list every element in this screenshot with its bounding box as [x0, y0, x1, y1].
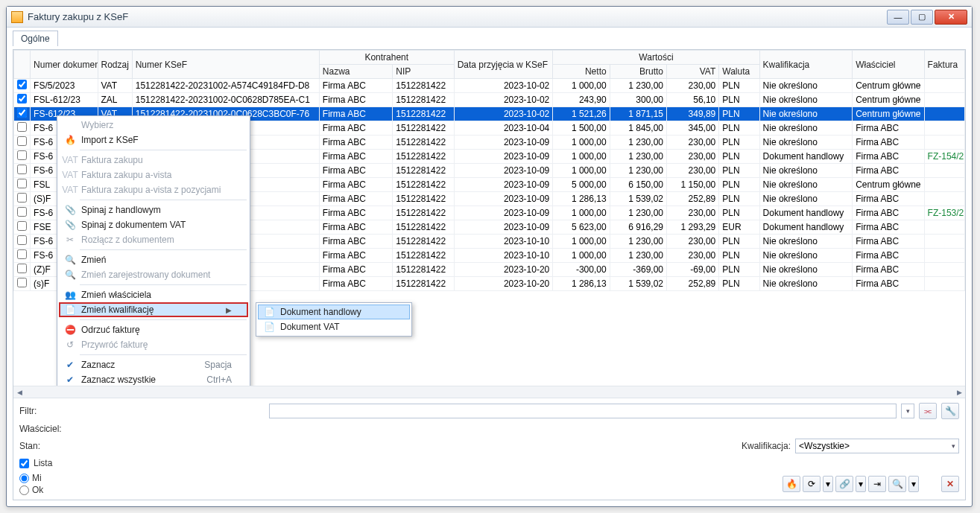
- toolbar-refresh-button[interactable]: 🔥: [783, 476, 800, 492]
- filter-settings-button[interactable]: 🔧: [941, 403, 959, 419]
- row-checkbox[interactable]: [17, 193, 27, 203]
- tabstrip: Ogólne: [7, 28, 972, 46]
- col-wlasciciel[interactable]: Właściciel: [853, 51, 924, 79]
- ctx-spinaj-handlowy[interactable]: 📎Spinaj z handlowym: [59, 203, 248, 217]
- row-checkbox[interactable]: [17, 165, 27, 174]
- toolbar-search-button[interactable]: 🔍: [888, 476, 906, 492]
- ctx-zmien-zarejestrowany[interactable]: 🔍Zmień zarejestrowany dokument: [59, 267, 248, 282]
- horizontal-scrollbar[interactable]: ◀ ▶: [13, 386, 965, 398]
- toolbar-history-button[interactable]: ⟳: [803, 476, 821, 492]
- row-checkbox[interactable]: [17, 235, 27, 245]
- close-x-icon: ✕: [946, 479, 954, 489]
- filter-funnel-button[interactable]: ⫘: [919, 403, 937, 419]
- footer-panel: Filtr: ▾ ⫘ 🔧 Właściciel: Stan: Kwalifika…: [13, 398, 965, 500]
- search-icon: 🔍: [892, 479, 903, 489]
- col-nazwa[interactable]: Nazwa: [319, 65, 392, 79]
- context-menu[interactable]: Wybierz 🔥Import z KSeF VATFaktura zakupu…: [57, 115, 250, 386]
- scroll-right-icon[interactable]: ▶: [953, 387, 965, 398]
- radio-ok[interactable]: [19, 485, 29, 495]
- workarea: Numer dokumen Rodzaj Numer KSeF Kontrahe…: [13, 49, 966, 500]
- ctx-import-ksef[interactable]: 🔥Import z KSeF: [59, 133, 248, 147]
- table-row[interactable]: FS/5/2023VAT1512281422-20231002-A574C491…: [14, 79, 965, 93]
- col-numer[interactable]: Numer dokumen: [31, 51, 98, 79]
- col-rodzaj[interactable]: Rodzaj: [98, 51, 132, 79]
- radio-mi[interactable]: [19, 474, 29, 483]
- col-brutto[interactable]: Brutto: [610, 65, 666, 79]
- row-checkbox[interactable]: [17, 249, 27, 259]
- row-checkbox[interactable]: [17, 94, 27, 103]
- toolbar-export-button[interactable]: ⇥: [868, 476, 886, 492]
- ctx-faktura-zakupu[interactable]: VATFaktura zakupu: [59, 153, 248, 168]
- app-icon: [11, 11, 23, 23]
- row-checkbox[interactable]: [17, 179, 27, 188]
- titlebar: Faktury zakupu z KSeF — ▢ ✕: [7, 7, 972, 28]
- col-ksef[interactable]: Numer KSeF: [132, 51, 319, 79]
- minimize-button[interactable]: —: [887, 10, 909, 25]
- filtr-dropdown[interactable]: ▾: [901, 404, 914, 418]
- col-nip[interactable]: NIP: [393, 65, 454, 79]
- sub-dokument-vat[interactable]: 📄Dokument VAT: [258, 319, 410, 334]
- col-waluta[interactable]: Waluta: [719, 65, 759, 79]
- row-checkbox[interactable]: [17, 108, 27, 118]
- row-checkbox[interactable]: [17, 221, 27, 231]
- row-checkbox[interactable]: [17, 264, 27, 273]
- toolbar-dropdown1[interactable]: ▾: [823, 476, 833, 492]
- row-checkbox[interactable]: [17, 136, 27, 146]
- row-checkbox[interactable]: [17, 207, 27, 217]
- ctx-zmien-kwalifikacje[interactable]: 📄Zmień kwalifikację▶ 📄Dokument handlowy …: [59, 302, 248, 317]
- ctx-przywroc-fakture[interactable]: ↺Przywróć fakturę: [59, 337, 248, 352]
- maximize-button[interactable]: ▢: [911, 10, 933, 25]
- col-kwalifikacja[interactable]: Kwalifikacja: [759, 51, 853, 79]
- row-checkbox[interactable]: [17, 80, 27, 89]
- submenu-kwalifikacja[interactable]: 📄Dokument handlowy 📄Dokument VAT: [256, 302, 412, 337]
- lista-checkbox[interactable]: [19, 459, 29, 468]
- filtr-label: Filtr:: [19, 406, 37, 416]
- sub-dokument-handlowy[interactable]: 📄Dokument handlowy: [258, 305, 410, 319]
- app-window: Faktury zakupu z KSeF — ▢ ✕ Ogólne Numer…: [6, 6, 973, 507]
- ctx-rozlacz[interactable]: ✂Rozłącz z dokumentem: [59, 232, 248, 247]
- ctx-zmien-wlasciciela[interactable]: 👥Zmień właściciela: [59, 287, 248, 302]
- col-checkbox[interactable]: [14, 51, 31, 79]
- caret-icon: ▾: [826, 479, 830, 489]
- col-wartosci-group[interactable]: Wartości: [553, 51, 759, 65]
- row-checkbox[interactable]: [17, 278, 27, 287]
- col-netto[interactable]: Netto: [553, 65, 610, 79]
- filtr-input[interactable]: [269, 404, 897, 418]
- col-kontrahent-group[interactable]: Kontrahent: [319, 51, 454, 65]
- caret-icon: ▾: [859, 479, 863, 489]
- row-checkbox[interactable]: [17, 150, 27, 160]
- window-title: Faktury zakupu z KSeF: [28, 11, 887, 22]
- col-faktura[interactable]: Faktura: [924, 51, 964, 79]
- toolbar-dropdown2[interactable]: ▾: [856, 476, 866, 492]
- tab-ogolne[interactable]: Ogólne: [13, 31, 58, 46]
- wlasciciel-label: Właściciel:: [19, 424, 62, 434]
- toolbar-dropdown3[interactable]: ▾: [908, 476, 919, 492]
- ctx-zmien[interactable]: 🔍Zmień: [59, 252, 248, 267]
- kwalifikacja-label: Kwalifikacja:: [742, 441, 791, 451]
- ctx-zaznacz-wszystkie[interactable]: ✔Zaznacz wszystkieCtrl+A: [59, 372, 248, 386]
- caret-icon: ▾: [911, 479, 916, 489]
- toolbar-link-button[interactable]: 🔗: [835, 476, 853, 492]
- row-checkbox[interactable]: [17, 122, 27, 132]
- col-vat[interactable]: VAT: [666, 65, 718, 79]
- ctx-faktura-avista[interactable]: VATFaktura zakupu a-vista: [59, 168, 248, 182]
- close-button[interactable]: ✕: [935, 10, 967, 25]
- stan-label: Stan:: [19, 441, 54, 451]
- fire-icon: 🔥: [786, 479, 797, 489]
- col-data[interactable]: Data przyjęcia w KSeF: [454, 51, 553, 79]
- lista-label: Lista: [34, 458, 52, 468]
- funnel-icon: ⫘: [923, 406, 932, 416]
- history-icon: ⟳: [808, 479, 815, 489]
- ctx-spinaj-vat[interactable]: 📎Spinaj z dokumentem VAT: [59, 217, 248, 232]
- toolbar-close-button[interactable]: ✕: [941, 476, 959, 492]
- ctx-wybierz[interactable]: Wybierz: [59, 118, 248, 133]
- wrench-icon: 🔧: [945, 406, 956, 416]
- ctx-faktura-avista-poz[interactable]: VATFaktura zakupu a-vista z pozycjami: [59, 182, 248, 197]
- ctx-odrzuc-fakture[interactable]: ⛔Odrzuć fakturę: [59, 322, 248, 337]
- scroll-left-icon[interactable]: ◀: [13, 387, 25, 398]
- export-icon: ⇥: [873, 479, 881, 489]
- ctx-zaznacz[interactable]: ✔ZaznaczSpacja: [59, 357, 248, 372]
- link-icon: 🔗: [839, 479, 850, 489]
- kwalifikacja-select[interactable]: <Wszystkie>▾: [795, 439, 959, 453]
- table-row[interactable]: FSL-612/23ZAL1512281422-20231002-0C0628D…: [14, 93, 965, 107]
